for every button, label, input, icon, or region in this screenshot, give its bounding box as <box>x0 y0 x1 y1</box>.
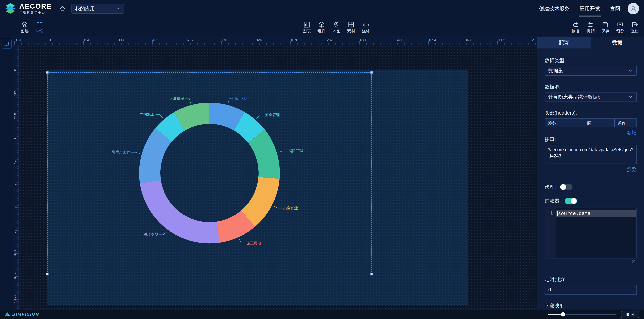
donut-label-leader-line <box>132 152 140 154</box>
selection-handle-bottom-right[interactable] <box>370 273 373 275</box>
restore-icon <box>572 21 579 28</box>
tool-layers[interactable]: 图层 <box>19 21 30 33</box>
h-ruler-label: 0 <box>49 38 51 42</box>
avatar[interactable] <box>628 3 639 14</box>
aecore-logo-icon <box>4 3 16 15</box>
h-ruler-label: 308 <box>118 38 124 42</box>
selection-handle-bottom-left[interactable] <box>46 273 48 275</box>
h-ruler-label: 1540 <box>394 38 402 42</box>
properties-icon <box>36 21 43 28</box>
zoom-slider[interactable] <box>548 311 616 317</box>
donut-label: 高空作业 <box>283 206 298 210</box>
tool-restore[interactable]: 恢复 <box>570 21 582 33</box>
tool-label: 图层 <box>20 29 29 33</box>
app-root: AECORE 广联达数字中台 我的应用 创建技术服务 应用开发 官网 <box>0 0 644 319</box>
donut-label-leader-line <box>274 206 282 208</box>
home-icon[interactable] <box>59 6 66 12</box>
editor-resize-grip-icon[interactable] <box>632 260 636 263</box>
timer-input[interactable] <box>545 285 636 294</box>
toolbar: 图层 属性 图表 组件 地图 素材 <box>0 17 644 37</box>
tool-label: 恢复 <box>572 29 580 33</box>
h-ruler-label: 1848 <box>463 38 470 42</box>
tool-label: 退出 <box>631 29 639 33</box>
h-ruler-label: -154 <box>14 38 21 42</box>
map-icon <box>333 21 340 28</box>
zoom-slider-knob[interactable] <box>561 312 565 316</box>
header: AECORE 广联达数字中台 我的应用 创建技术服务 应用开发 官网 <box>0 0 644 17</box>
nav-create-service[interactable]: 创建技术服务 <box>539 0 570 17</box>
tool-components[interactable]: 组件 <box>316 21 328 33</box>
app-select[interactable]: 我的应用 <box>71 4 124 14</box>
h-ruler-label: 616 <box>187 38 193 42</box>
donut-label: 施工用电 <box>246 241 261 245</box>
screen-icon <box>3 41 10 47</box>
tool-label: 地图 <box>332 29 340 33</box>
nav-official-site[interactable]: 官网 <box>610 0 620 17</box>
nav-app-dev[interactable]: 应用开发 <box>580 0 600 17</box>
chevron-down-icon <box>628 68 633 73</box>
tool-map[interactable]: 地图 <box>330 21 342 33</box>
v-ruler-label: 420 <box>13 155 17 168</box>
data-source-value: 计算隐患类型统计数据bi <box>548 94 628 100</box>
right-panel: 配置 数据 数据类型: 数据集 数据源: 计算隐患类型统计数据bi 头部(hea… <box>537 37 644 309</box>
proxy-label: 代理: <box>545 184 556 190</box>
selection-handle-top-left[interactable] <box>46 71 48 74</box>
headers-label: 头部(headers): <box>545 110 636 116</box>
filter-toggle[interactable] <box>565 198 577 204</box>
undo-icon <box>587 21 594 28</box>
tab-data[interactable]: 数据 <box>591 37 644 49</box>
proxy-toggle[interactable] <box>560 184 572 190</box>
donut-label: 大型机械 <box>169 97 184 101</box>
donut-label-leader-line <box>228 99 234 104</box>
donut-chart: 施工机具安全管理消防管理高空作业施工用电模板支架脚手架工程文明施工大型机械 <box>48 73 371 274</box>
tool-media[interactable]: 媒体 <box>360 21 372 33</box>
zoom-level[interactable]: 65% <box>621 310 639 318</box>
v-ruler-label: 630 <box>13 201 17 214</box>
design-canvas[interactable]: 施工机具安全管理消防管理高空作业施工用电模板支架脚手架工程文明施工大型机械 <box>19 45 537 309</box>
v-ruler-label: 210 <box>13 110 17 122</box>
sidebar-item-screen[interactable] <box>2 39 11 49</box>
data-type-select[interactable]: 数据集 <box>545 66 636 76</box>
data-source-select[interactable]: 计算隐患类型统计数据bi <box>545 92 636 102</box>
v-ruler-label: 525 <box>13 178 17 191</box>
tool-label: 属性 <box>35 29 44 33</box>
component-icon <box>318 21 325 28</box>
h-ruler-label: 154 <box>83 38 89 42</box>
tool-materials[interactable]: 素材 <box>346 21 357 33</box>
horizontal-ruler[interactable]: -154015430846261677092410781232138615401… <box>13 37 537 45</box>
material-icon <box>348 21 354 28</box>
panel-body: 数据类型: 数据集 数据源: 计算隐患类型统计数据bi 头部(headers):… <box>537 49 644 309</box>
donut-label: 安全管理 <box>265 113 280 117</box>
api-url-textarea[interactable]: //aecore.glodon.com/datavp/dataSets/gdc?… <box>545 145 636 164</box>
toolbar-right-group: 恢复 撤销 保存 预览 退出 <box>570 17 641 37</box>
tool-properties[interactable]: 属性 <box>34 21 45 33</box>
media-icon <box>363 21 369 28</box>
vertical-ruler[interactable]: 01052103154205256307358409451050 <box>13 45 19 309</box>
tab-config[interactable]: 配置 <box>537 37 591 49</box>
tool-label: 图表 <box>303 29 311 33</box>
v-ruler-label: 0 <box>13 64 17 76</box>
h-ruler-label: 2002 <box>498 38 505 42</box>
tool-save[interactable]: 保存 <box>600 21 611 33</box>
chart-icon <box>304 21 310 28</box>
selected-widget-donut-chart[interactable]: 施工机具安全管理消防管理高空作业施工用电模板支架脚手架工程文明施工大型机械 <box>47 72 372 274</box>
donut-label-leader-line <box>156 114 163 118</box>
add-header-link[interactable]: 新增 <box>545 129 636 136</box>
footer-brand: BIMVISION <box>12 312 39 316</box>
headers-col-param: 参数 <box>545 119 584 127</box>
data-type-label: 数据类型: <box>545 58 636 63</box>
tool-exit[interactable]: 退出 <box>629 21 641 33</box>
tool-charts[interactable]: 图表 <box>301 21 312 33</box>
v-ruler-label: 1050 <box>13 293 17 305</box>
donut-label: 消防管理 <box>288 149 303 153</box>
h-ruler-label: 1386 <box>360 38 367 42</box>
tool-preview[interactable]: 预览 <box>614 21 626 33</box>
api-preview-link[interactable]: 预览 <box>545 166 636 173</box>
left-sidebar <box>0 17 13 309</box>
tool-label: 素材 <box>347 29 356 33</box>
selection-handle-top-right[interactable] <box>370 71 373 74</box>
field-mapping-label: 字段映射: <box>545 303 636 309</box>
tool-undo[interactable]: 撤销 <box>585 21 596 33</box>
filter-code-editor[interactable]: 1 source.data <box>545 208 636 258</box>
v-ruler-label: 945 <box>13 270 17 282</box>
